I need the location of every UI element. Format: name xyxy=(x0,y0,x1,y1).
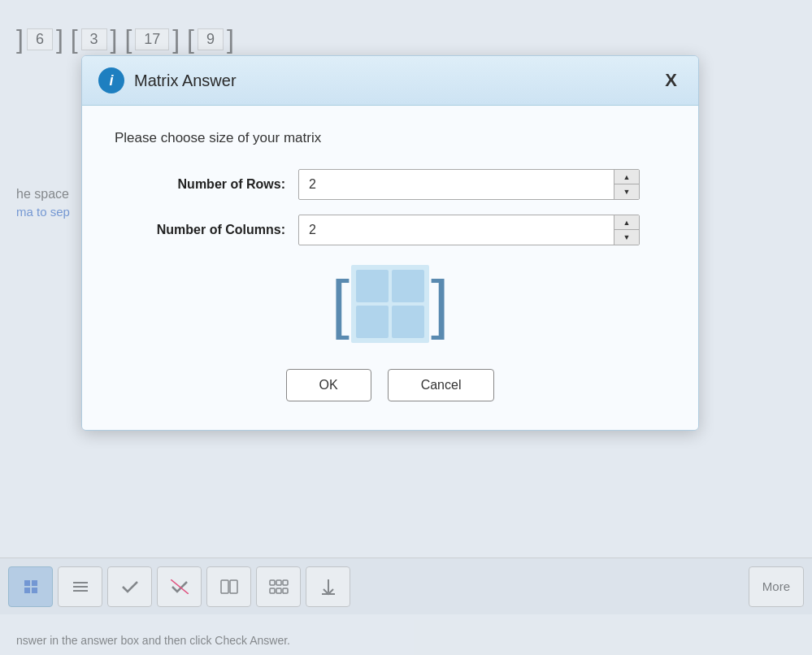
columns-input-container: 2 ▲ ▼ xyxy=(298,215,640,245)
info-icon: i xyxy=(98,67,124,93)
columns-spinner: ▲ ▼ xyxy=(614,215,639,245)
matrix-preview: [ ] xyxy=(332,265,449,343)
rows-label: Number of Rows: xyxy=(115,177,285,192)
matrix-cell-3 xyxy=(356,306,389,338)
columns-field-row: Number of Columns: 2 ▲ ▼ xyxy=(115,215,666,245)
rows-spin-up[interactable]: ▲ xyxy=(614,170,639,184)
ok-button[interactable]: OK xyxy=(286,369,371,401)
choose-size-text: Please choose size of your matrix xyxy=(115,130,666,146)
matrix-answer-dialog: i Matrix Answer X Please choose size of … xyxy=(81,55,699,431)
columns-spin-up[interactable]: ▲ xyxy=(614,215,639,230)
rows-input-container: 2 ▲ ▼ xyxy=(298,169,640,200)
columns-spin-down[interactable]: ▼ xyxy=(614,230,639,245)
dialog-title: Matrix Answer xyxy=(134,72,650,90)
rows-field-row: Number of Rows: 2 ▲ ▼ xyxy=(115,169,666,200)
dialog-header: i Matrix Answer X xyxy=(82,56,698,106)
preview-bracket-left: [ xyxy=(332,271,350,336)
matrix-cell-2 xyxy=(392,270,424,302)
preview-bracket-right: ] xyxy=(431,271,449,336)
rows-value[interactable]: 2 xyxy=(299,171,614,198)
rows-spinner: ▲ ▼ xyxy=(614,170,639,199)
matrix-preview-container: [ ] xyxy=(115,265,666,343)
matrix-cell-4 xyxy=(392,306,424,338)
matrix-grid xyxy=(351,265,429,343)
matrix-cell-1 xyxy=(356,270,389,302)
columns-value[interactable]: 2 xyxy=(299,216,614,244)
dialog-buttons: OK Cancel xyxy=(115,369,666,401)
columns-label: Number of Columns: xyxy=(115,223,285,237)
cancel-button[interactable]: Cancel xyxy=(388,369,495,401)
rows-spin-down[interactable]: ▼ xyxy=(614,184,639,199)
close-button[interactable]: X xyxy=(660,70,682,91)
dialog-body: Please choose size of your matrix Number… xyxy=(82,106,698,430)
